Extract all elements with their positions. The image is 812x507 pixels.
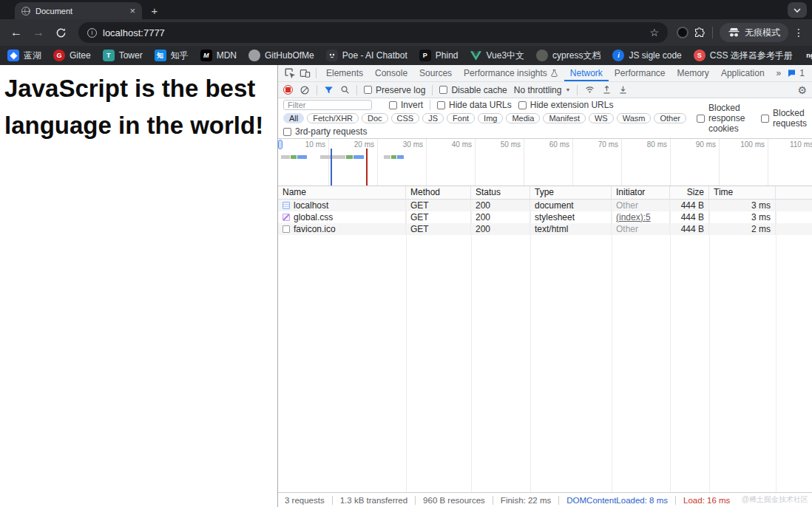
- request-initiator-link[interactable]: (index):5: [616, 212, 651, 223]
- request-row-localhost[interactable]: localhost GET 200 document Other 444 B 3…: [278, 200, 812, 211]
- browser-tab[interactable]: Document ×: [15, 2, 142, 19]
- clear-network-log-icon[interactable]: [300, 85, 310, 95]
- blocked-requests-checkbox[interactable]: Blocked requests: [761, 108, 807, 129]
- export-har-icon[interactable]: [618, 85, 628, 95]
- browser-menu-button[interactable]: ⋮: [793, 27, 805, 38]
- checkbox-icon[interactable]: [697, 115, 705, 123]
- network-overview-timeline[interactable]: 10 ms 20 ms 30 ms 40 ms 50 ms 60 ms 70 m…: [278, 138, 812, 186]
- bookmark-es6[interactable]: ng ES6文档: [805, 50, 812, 62]
- filter-pill-doc[interactable]: Doc: [362, 113, 388, 123]
- issues-counter[interactable]: 1: [787, 68, 805, 78]
- filter-pill-img[interactable]: Img: [478, 113, 503, 123]
- zhihu-icon: 知: [155, 50, 166, 61]
- throttling-dropdown[interactable]: No throttling ▼: [514, 85, 571, 95]
- column-header-size[interactable]: Size: [670, 186, 709, 199]
- tab-performance-insights[interactable]: Performance insights: [458, 65, 564, 81]
- bookmark-tower[interactable]: T Tower: [103, 50, 143, 61]
- bookmark-zhihu[interactable]: 知 知乎: [155, 50, 189, 62]
- bookmark-css-ref[interactable]: S CSS 选择器参考手册: [694, 50, 793, 62]
- bookmark-lanhu[interactable]: 蓝湖: [7, 50, 41, 62]
- checkbox-icon[interactable]: [283, 128, 291, 136]
- column-header-time[interactable]: Time: [709, 186, 776, 199]
- inspect-element-button[interactable]: [282, 67, 297, 80]
- tab-memory[interactable]: Memory: [671, 65, 715, 81]
- request-size-cell: 444 B: [670, 223, 709, 235]
- filter-pill-all[interactable]: All: [283, 113, 304, 123]
- search-icon[interactable]: [340, 85, 350, 95]
- bookmark-phind[interactable]: P Phind: [419, 50, 459, 61]
- request-row-global-css[interactable]: global.css GET 200 stylesheet (index):5 …: [278, 211, 812, 223]
- overview-drag-handle[interactable]: [278, 140, 282, 149]
- tab-application[interactable]: Application: [715, 65, 771, 81]
- import-har-icon[interactable]: [602, 85, 612, 95]
- profile-button[interactable]: [677, 27, 688, 38]
- back-button[interactable]: ←: [7, 24, 25, 41]
- bookmark-gitee[interactable]: G Gitee: [53, 50, 91, 61]
- column-header-name[interactable]: Name: [278, 186, 406, 199]
- network-filter-input[interactable]: [283, 100, 372, 110]
- column-header-initiator[interactable]: Initiator: [612, 186, 670, 199]
- filter-pill-fetch-xhr[interactable]: Fetch/XHR: [307, 113, 359, 123]
- filter-pill-manifest[interactable]: Manifest: [543, 113, 586, 123]
- filter-pill-media[interactable]: Media: [506, 113, 540, 123]
- bookmark-cypress[interactable]: cypress文档: [536, 50, 600, 62]
- blocked-response-cookies-checkbox[interactable]: Blocked response cookies: [697, 103, 752, 134]
- column-header-type[interactable]: Type: [530, 186, 612, 199]
- page-heading: JavaScript is the best language in the w…: [4, 70, 274, 144]
- tab-network[interactable]: Network: [564, 65, 609, 81]
- tab-search-button[interactable]: [788, 2, 807, 18]
- url-text[interactable]: localhost:7777: [103, 27, 643, 38]
- filter-pill-css[interactable]: CSS: [391, 113, 420, 123]
- filter-pill-other[interactable]: Other: [654, 113, 686, 123]
- bookmark-js-code[interactable]: i JS sigle code: [612, 50, 681, 61]
- tab-close-icon[interactable]: ×: [129, 6, 135, 16]
- new-tab-button[interactable]: +: [148, 4, 161, 17]
- bookmark-poe[interactable]: Poe - AI Chatbot: [326, 50, 407, 61]
- checkbox-icon[interactable]: [364, 86, 372, 94]
- checkbox-icon[interactable]: [437, 101, 445, 109]
- extensions-button[interactable]: [693, 27, 706, 39]
- waterfall-bar-localhost: [281, 155, 307, 159]
- record-network-log-button[interactable]: [283, 85, 293, 95]
- request-name-cell[interactable]: global.css: [278, 211, 406, 223]
- network-settings-button[interactable]: ⚙: [797, 85, 807, 95]
- device-toolbar-button[interactable]: [297, 67, 312, 80]
- request-row-favicon[interactable]: favicon.ico GET 200 text/html Other 444 …: [278, 223, 812, 235]
- bookmark-github[interactable]: GitHubOfMe: [248, 50, 314, 61]
- network-conditions-icon[interactable]: [584, 85, 595, 95]
- disable-cache-checkbox[interactable]: Disable cache: [439, 85, 507, 95]
- bookmark-vue[interactable]: Vue3中文: [470, 50, 524, 62]
- tab-elements[interactable]: Elements: [320, 65, 369, 81]
- site-info-icon[interactable]: i: [87, 28, 97, 38]
- preserve-log-checkbox[interactable]: Preserve log: [364, 85, 425, 95]
- tab-performance[interactable]: Performance: [609, 65, 671, 81]
- checkbox-icon[interactable]: [439, 86, 447, 94]
- address-bar[interactable]: i localhost:7777 ☆: [78, 22, 668, 43]
- reload-button[interactable]: [52, 24, 70, 41]
- bookmark-star-icon[interactable]: ☆: [649, 27, 659, 38]
- forward-button[interactable]: →: [30, 24, 47, 41]
- request-name-cell[interactable]: favicon.ico: [278, 223, 406, 235]
- bookmark-mdn[interactable]: M MDN: [200, 50, 237, 61]
- hide-data-urls-checkbox[interactable]: Hide data URLs: [437, 100, 512, 110]
- checkbox-icon[interactable]: [518, 101, 527, 109]
- tab-sources[interactable]: Sources: [413, 65, 458, 81]
- third-party-checkbox[interactable]: 3rd-party requests: [283, 126, 367, 137]
- column-header-method[interactable]: Method: [406, 186, 471, 199]
- invert-checkbox[interactable]: Invert: [389, 100, 423, 110]
- checkbox-icon[interactable]: [389, 101, 397, 109]
- filter-pill-wasm[interactable]: Wasm: [617, 113, 652, 123]
- hide-extension-urls-checkbox[interactable]: Hide extension URLs: [518, 100, 614, 110]
- timeline-tick: 100 ms: [723, 140, 765, 149]
- info-circle-icon: i: [612, 50, 624, 61]
- more-tabs-chevron[interactable]: »: [771, 65, 788, 81]
- filter-pill-js[interactable]: JS: [422, 113, 444, 123]
- filter-funnel-icon[interactable]: [324, 86, 334, 95]
- summary-divider: [558, 496, 559, 505]
- tab-console[interactable]: Console: [369, 65, 413, 81]
- request-name-cell[interactable]: localhost: [278, 200, 406, 211]
- filter-pill-font[interactable]: Font: [447, 113, 475, 123]
- column-header-status[interactable]: Status: [471, 186, 530, 199]
- checkbox-icon[interactable]: [761, 115, 769, 123]
- filter-pill-ws[interactable]: WS: [589, 113, 614, 123]
